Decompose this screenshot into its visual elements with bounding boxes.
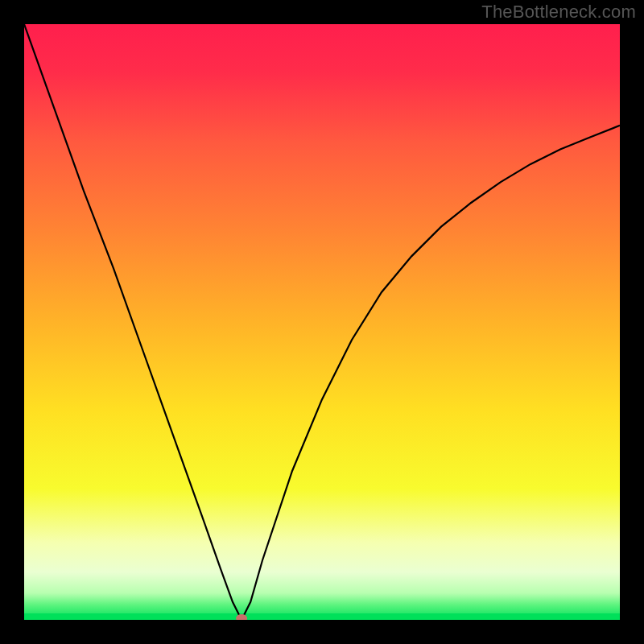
gradient-background [24, 24, 620, 620]
baseline-band [24, 613, 620, 620]
chart-frame: TheBottleneck.com [0, 0, 644, 644]
bottleneck-chart [24, 24, 620, 620]
watermark-text: TheBottleneck.com [481, 2, 636, 23]
